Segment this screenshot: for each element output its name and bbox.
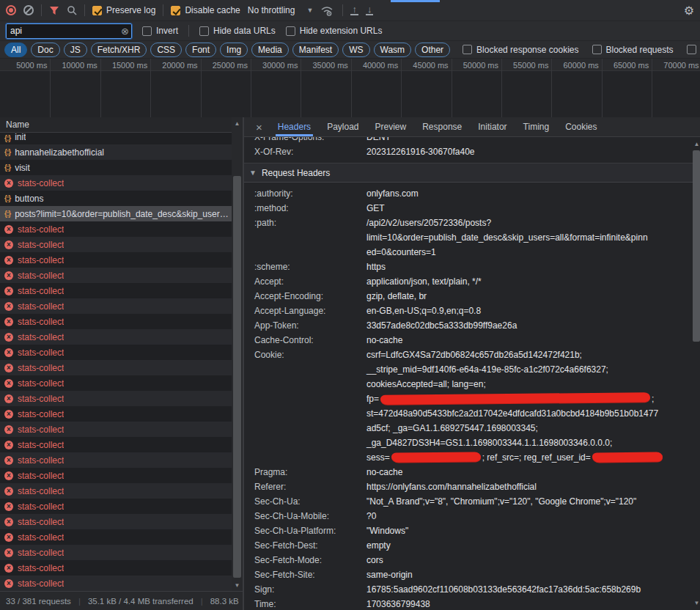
request-headers-section-toggle[interactable]: ▼ Request Headers xyxy=(244,163,700,183)
checkbox-checked[interactable] xyxy=(171,6,180,15)
request-row[interactable]: ×stats-collect xyxy=(0,175,232,191)
3rd-party-requests-checkbox[interactable]: 3rd-party requests xyxy=(687,45,700,55)
request-row[interactable]: ×stats-collect xyxy=(0,221,232,237)
name-column-header[interactable]: Name xyxy=(0,117,243,133)
request-row[interactable]: ×stats-collect xyxy=(0,422,232,437)
scroll-down-icon[interactable]: ▼ xyxy=(691,600,700,606)
checkbox-checked[interactable] xyxy=(92,6,102,15)
checkbox-unchecked[interactable] xyxy=(199,26,209,36)
network-overview-timeline[interactable]: 5000 ms10000 ms15000 ms20000 ms25000 ms3… xyxy=(0,59,700,117)
request-row[interactable]: ×stats-collect xyxy=(0,545,232,560)
tab-initiator[interactable]: Initiator xyxy=(470,118,515,136)
request-row[interactable]: ×stats-collect xyxy=(0,437,232,452)
filter-pill-css[interactable]: CSS xyxy=(150,43,182,57)
tab-preview[interactable]: Preview xyxy=(367,118,415,136)
clear-icon[interactable] xyxy=(23,5,34,15)
filter-pill-fetch-xhr[interactable]: Fetch/XHR xyxy=(91,43,147,57)
filter-pill-wasm[interactable]: Wasm xyxy=(374,43,412,57)
request-row[interactable]: {:}init xyxy=(0,133,232,144)
request-row[interactable]: {:}posts?limit=10&order=publish_date_des… xyxy=(0,206,232,221)
tab-cookies[interactable]: Cookies xyxy=(557,118,605,136)
filter-pill-doc[interactable]: Doc xyxy=(31,43,59,57)
filter-icon[interactable] xyxy=(49,6,59,15)
search-icon[interactable] xyxy=(67,5,77,15)
tab-payload[interactable]: Payload xyxy=(319,118,366,136)
request-list-scrollbar-thumb[interactable] xyxy=(233,176,241,578)
header-name: Referer: xyxy=(254,479,366,494)
request-row[interactable]: ×stats-collect xyxy=(0,560,232,576)
checkbox-unchecked[interactable] xyxy=(463,45,472,54)
tab-timing[interactable]: Timing xyxy=(515,118,558,136)
checkbox-unchecked[interactable] xyxy=(687,45,696,54)
header-value-line: cookiesAccepted=all; lang=en; xyxy=(366,377,664,392)
request-row[interactable]: ×stats-collect xyxy=(0,576,232,591)
filter-pill-ws[interactable]: WS xyxy=(342,43,369,57)
error-icon: × xyxy=(4,287,13,295)
filter-pill-font[interactable]: Font xyxy=(185,43,216,57)
request-row[interactable]: ×stats-collect xyxy=(0,499,232,514)
header-row: Sign:16785:5aad9602cf110608b03133de56364… xyxy=(244,582,700,597)
filter-pill-other[interactable]: Other xyxy=(415,43,450,57)
request-row[interactable]: ×stats-collect xyxy=(0,529,232,545)
throttling-dropdown[interactable]: No throttling ▼ xyxy=(248,5,314,15)
request-row[interactable]: ×stats-collect xyxy=(0,252,232,268)
redaction-scribble xyxy=(380,392,650,405)
request-row[interactable]: ×stats-collect xyxy=(0,514,232,529)
invert-checkbox[interactable]: Invert xyxy=(142,26,178,36)
request-row[interactable]: ×stats-collect xyxy=(0,452,232,468)
request-row[interactable]: ×stats-collect xyxy=(0,360,232,375)
request-row[interactable]: {:}buttons xyxy=(0,191,232,206)
filter-input[interactable] xyxy=(6,23,132,39)
scroll-up-icon[interactable]: ▲ xyxy=(232,120,243,127)
request-row[interactable]: ×stats-collect xyxy=(0,268,232,283)
clear-filter-icon[interactable]: ⊗ xyxy=(121,26,129,37)
export-har-icon[interactable]: ↓ xyxy=(366,5,374,15)
filter-pill-img[interactable]: Img xyxy=(220,43,248,57)
filter-pill-js[interactable]: JS xyxy=(64,43,87,57)
checkbox-unchecked[interactable] xyxy=(592,45,602,54)
blocked-requests-checkbox[interactable]: Blocked requests xyxy=(592,45,674,55)
request-row[interactable]: ×stats-collect xyxy=(0,406,232,422)
hide-data-urls-checkbox[interactable]: Hide data URLs xyxy=(199,26,276,36)
blocked-response-cookies-checkbox[interactable]: Blocked response cookies xyxy=(463,45,578,55)
filter-pill-all[interactable]: All xyxy=(4,43,27,57)
timeline-tick-label: 30000 ms xyxy=(248,61,298,70)
hide-extension-urls-checkbox[interactable]: Hide extension URLs xyxy=(286,26,383,36)
header-value: "Not_A Brand";v="8", "Chromium";v="120",… xyxy=(366,494,636,509)
request-name: stats-collect xyxy=(18,240,64,250)
request-row[interactable]: {:}hannahelizabethofficial xyxy=(0,144,232,160)
close-icon[interactable]: × xyxy=(248,121,270,133)
preserve-log-checkbox[interactable]: Preserve log xyxy=(92,5,155,15)
filter-pill-manifest[interactable]: Manifest xyxy=(292,43,339,57)
request-row[interactable]: ×stats-collect xyxy=(0,283,232,298)
settings-gear-icon[interactable]: ⚙ xyxy=(684,4,694,18)
request-row[interactable]: ×stats-collect xyxy=(0,375,232,391)
header-name: App-Token: xyxy=(254,318,366,333)
request-row[interactable]: ×stats-collect xyxy=(0,468,232,483)
request-row[interactable]: ×stats-collect xyxy=(0,314,232,329)
request-row[interactable]: ×stats-collect xyxy=(0,345,232,360)
tab-headers[interactable]: Headers xyxy=(270,118,319,136)
tab-response[interactable]: Response xyxy=(414,118,470,136)
header-name: :method: xyxy=(254,201,366,216)
checkbox-label: Blocked requests xyxy=(606,45,674,55)
filter-pill-media[interactable]: Media xyxy=(251,43,289,57)
request-name: stats-collect xyxy=(18,348,64,358)
request-row[interactable]: ×stats-collect xyxy=(0,237,232,252)
request-row[interactable]: ×stats-collect xyxy=(0,329,232,345)
request-row[interactable]: ×stats-collect xyxy=(0,391,232,406)
network-conditions-icon[interactable] xyxy=(320,5,335,16)
disable-cache-checkbox[interactable]: Disable cache xyxy=(171,5,240,15)
transferred-size: 35.1 kB / 4.4 MB transferred xyxy=(88,597,194,606)
request-row[interactable]: {:}visit xyxy=(0,160,232,175)
scroll-up-icon[interactable]: ▲ xyxy=(691,141,700,147)
details-scrollbar-thumb[interactable] xyxy=(693,150,700,342)
import-har-icon[interactable]: ↑ xyxy=(350,5,358,15)
error-icon: × xyxy=(4,548,13,557)
checkbox-unchecked[interactable] xyxy=(142,26,152,36)
request-row[interactable]: ×stats-collect xyxy=(0,483,232,499)
checkbox-unchecked[interactable] xyxy=(286,26,295,36)
request-row[interactable]: ×stats-collect xyxy=(0,298,232,314)
scroll-down-icon[interactable]: ▼ xyxy=(232,582,243,589)
record-icon[interactable] xyxy=(6,5,16,15)
